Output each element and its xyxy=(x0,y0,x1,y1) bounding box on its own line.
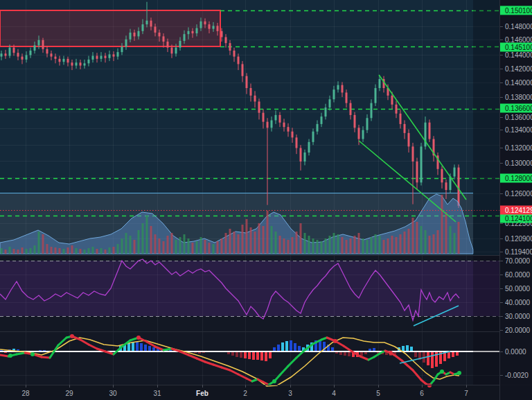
price-axis-label: 0.13200000 xyxy=(505,144,532,152)
alert-price-tag-label: 0.12410000 xyxy=(505,215,532,223)
price-axis-label: 0.14000000 xyxy=(505,79,532,87)
price-axis-label: -0.0020 xyxy=(505,372,529,379)
price-axis-label: 40.0000 xyxy=(505,299,531,306)
alert-price-tag-label: 0.15010000 xyxy=(505,7,532,15)
time-axis-label: 4 xyxy=(332,390,336,397)
last-price-tag-label: 0.12412972 xyxy=(505,207,532,214)
price-axis-label: 30.0000 xyxy=(505,313,531,320)
time-axis-label: 2 xyxy=(243,390,247,397)
price-axis-label: 0.13000000 xyxy=(505,159,532,167)
macd-sell-dot xyxy=(136,336,141,340)
macd-sell-dot xyxy=(389,351,393,355)
price-axis-label: 0.0000 xyxy=(505,348,526,356)
price-axis-label: 0.12090000 xyxy=(505,235,532,243)
macd-buy-dot xyxy=(440,369,444,374)
alert-price-tag-label: 0.13660000 xyxy=(505,105,532,112)
macd-buy-dot xyxy=(272,379,276,383)
time-axis-label: Feb xyxy=(196,390,209,397)
price-axis-label: 0.14200000 xyxy=(505,65,532,73)
time-axis-label: 7 xyxy=(464,390,468,397)
macd-buy-dot xyxy=(30,352,35,356)
time-axis-label: 5 xyxy=(376,390,380,397)
price-axis-label: 0.12600000 xyxy=(505,190,532,198)
time-axis-label: 6 xyxy=(420,390,424,397)
alert-price-tag-label: 0.14510000 xyxy=(505,44,532,51)
rsi-pane[interactable] xyxy=(0,259,499,326)
time-axis-label: 29 xyxy=(65,390,73,397)
price-axis-label: 0.14800000 xyxy=(505,23,532,31)
time-axis-label: 3 xyxy=(288,390,292,397)
price-axis-label: 70.0000 xyxy=(505,257,531,265)
price-axis-label: 0.14400000 xyxy=(505,51,532,59)
chart-canvas[interactable]: 0.148000000.146000000.144000000.14200000… xyxy=(0,0,532,400)
macd-sell-dot xyxy=(333,339,337,343)
macd-buy-dot xyxy=(8,354,12,358)
price-axis-label: 0.11940000 xyxy=(505,248,532,256)
time-axis-label: 31 xyxy=(153,390,161,397)
macd-buy-dot xyxy=(457,371,461,375)
future-dim-zone xyxy=(473,0,499,385)
alert-price-tag-label: 0.12800000 xyxy=(505,175,532,182)
trading-chart-window: 0.148000000.146000000.144000000.14200000… xyxy=(0,0,532,400)
price-axis-label: 60.0000 xyxy=(505,271,531,279)
price-axis-label: 0.14600000 xyxy=(505,36,532,44)
time-axis-label: 30 xyxy=(109,390,117,397)
price-axis[interactable]: 0.148000000.146000000.144000000.14200000… xyxy=(500,0,532,400)
price-axis-label: 0.13800000 xyxy=(505,94,532,101)
resistance-box[interactable] xyxy=(0,10,220,46)
price-axis-label: 50.0000 xyxy=(505,285,531,293)
price-axis-label: 0.13600000 xyxy=(505,114,532,121)
price-axis-label: 20.0000 xyxy=(505,327,531,334)
time-axis-label: 28 xyxy=(21,390,30,397)
macd-sell-dot xyxy=(70,334,74,338)
price-axis-label: 0.13400000 xyxy=(505,126,532,134)
